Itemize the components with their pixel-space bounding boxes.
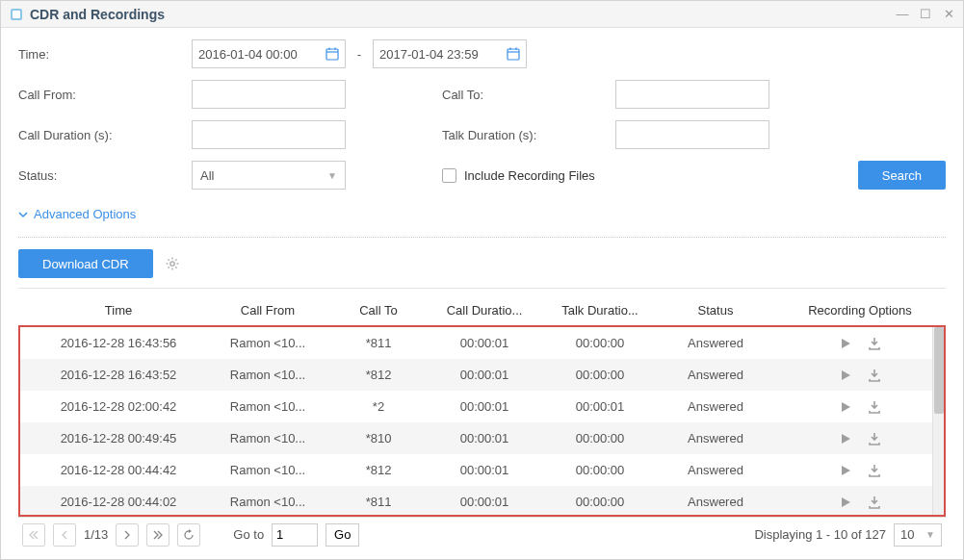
download-icon[interactable] (868, 400, 881, 414)
scrollbar-thumb[interactable] (934, 327, 944, 414)
cell-time: 2016-12-28 00:44:02 (32, 495, 205, 509)
cell-recording-options (773, 464, 932, 477)
gear-icon[interactable] (165, 256, 180, 271)
play-icon[interactable] (839, 369, 852, 382)
cell-call-duration: 00:00:01 (427, 368, 542, 382)
call-from-input[interactable] (192, 80, 346, 109)
time-from-input[interactable]: 2016-01-04 00:00 (192, 39, 346, 68)
prev-page-button[interactable] (53, 523, 76, 547)
cell-talk-duration: 00:00:00 (542, 431, 658, 445)
cell-status: Answered (658, 431, 773, 445)
status-select[interactable]: All ▼ (192, 161, 346, 190)
table-row[interactable]: 2016-12-28 16:43:56Ramon <10...*81100:00… (20, 327, 932, 359)
cell-call-duration: 00:00:01 (427, 431, 542, 445)
play-icon[interactable] (839, 432, 852, 445)
last-page-button[interactable] (146, 523, 169, 547)
svg-line-15 (168, 259, 169, 260)
chevron-down-icon (18, 210, 28, 219)
cell-call-to: *810 (330, 431, 427, 445)
call-duration-input[interactable] (192, 120, 346, 149)
goto-input[interactable] (272, 523, 318, 547)
cell-call-from: Ramon <10... (205, 431, 330, 445)
download-icon[interactable] (868, 496, 881, 509)
table-row[interactable]: 2016-12-28 00:44:42Ramon <10...*81200:00… (20, 454, 932, 486)
vertical-scrollbar[interactable] (932, 327, 944, 515)
go-button[interactable]: Go (326, 523, 359, 547)
cell-time: 2016-12-28 16:43:56 (32, 336, 205, 350)
column-header-call-duration[interactable]: Call Duratio... (427, 303, 542, 318)
column-header-recording-options[interactable]: Recording Options (773, 303, 946, 318)
download-icon[interactable] (868, 432, 881, 445)
time-label: Time: (18, 47, 192, 62)
table-row[interactable]: 2016-12-28 00:44:02Ramon <10...*81100:00… (20, 486, 932, 515)
svg-rect-1 (13, 11, 20, 18)
next-page-button[interactable] (116, 523, 139, 547)
download-icon[interactable] (868, 464, 881, 477)
duration-row: Call Duration (s): Talk Duration (s): (18, 120, 946, 149)
table-row[interactable]: 2016-12-28 00:49:45Ramon <10...*81000:00… (20, 422, 932, 454)
call-to-label: Call To: (442, 88, 615, 102)
titlebar: CDR and Recordings — ☐ ✕ (1, 1, 963, 28)
cell-talk-duration: 00:00:00 (542, 368, 658, 382)
cell-call-from: Ramon <10... (205, 463, 330, 477)
checkbox-icon (442, 168, 456, 183)
download-icon[interactable] (868, 369, 881, 382)
status-row: Status: All ▼ Include Recording Files Se… (18, 161, 946, 190)
download-row: Download CDR (18, 249, 946, 289)
cell-recording-options (773, 337, 932, 350)
cell-status: Answered (658, 336, 773, 350)
close-button[interactable]: ✕ (942, 7, 955, 21)
cell-time: 2016-12-28 00:44:42 (32, 463, 205, 477)
cell-recording-options (773, 432, 932, 445)
calendar-icon[interactable] (326, 47, 339, 61)
column-header-time[interactable]: Time (32, 303, 205, 318)
cell-status: Answered (658, 399, 773, 414)
play-icon[interactable] (839, 496, 852, 509)
column-header-call-to[interactable]: Call To (330, 303, 427, 318)
cell-call-to: *811 (330, 336, 427, 350)
cell-call-from: Ramon <10... (205, 399, 330, 414)
chevron-down-icon: ▼ (327, 170, 337, 181)
window-title: CDR and Recordings (30, 7, 896, 22)
cell-call-from: Ramon <10... (205, 368, 330, 382)
cell-call-duration: 00:00:01 (427, 463, 542, 477)
download-icon[interactable] (868, 337, 881, 350)
cell-call-duration: 00:00:01 (427, 495, 542, 509)
table-row[interactable]: 2016-12-28 16:43:52Ramon <10...*81200:00… (20, 359, 932, 391)
window-controls: — ☐ ✕ (896, 7, 955, 21)
calendar-icon[interactable] (507, 47, 520, 61)
cell-status: Answered (658, 495, 773, 509)
advanced-options-toggle[interactable]: Advanced Options (18, 201, 946, 233)
displaying-text: Displaying 1 - 10 of 127 (754, 527, 886, 542)
time-to-input[interactable]: 2017-01-04 23:59 (373, 39, 527, 68)
cell-time: 2016-12-28 16:43:52 (32, 368, 205, 382)
column-header-call-from[interactable]: Call From (205, 303, 330, 318)
svg-line-16 (175, 267, 176, 267)
cell-status: Answered (658, 368, 773, 382)
call-to-input[interactable] (615, 80, 769, 109)
app-icon (9, 7, 24, 22)
table-wrap: Time Call From Call To Call Duratio... T… (18, 294, 946, 517)
column-header-talk-duration[interactable]: Talk Duratio... (542, 303, 658, 318)
download-cdr-button[interactable]: Download CDR (18, 249, 153, 278)
include-recording-checkbox[interactable]: Include Recording Files (442, 168, 595, 183)
play-icon[interactable] (839, 464, 852, 477)
play-icon[interactable] (839, 400, 852, 414)
cell-time: 2016-12-28 00:49:45 (32, 431, 205, 445)
maximize-button[interactable]: ☐ (919, 7, 932, 21)
table-body-highlighted: 2016-12-28 16:43:56Ramon <10...*81100:00… (18, 325, 946, 517)
talk-duration-input[interactable] (615, 120, 769, 149)
include-recording-label: Include Recording Files (464, 168, 595, 183)
table-row[interactable]: 2016-12-28 02:00:42Ramon <10...*200:00:0… (20, 391, 932, 422)
cell-talk-duration: 00:00:00 (542, 495, 658, 509)
play-icon[interactable] (839, 337, 852, 350)
per-page-select[interactable]: 10 ▼ (894, 523, 942, 547)
cell-talk-duration: 00:00:00 (542, 336, 658, 350)
cell-call-to: *812 (330, 463, 427, 477)
first-page-button[interactable] (22, 523, 45, 547)
minimize-button[interactable]: — (896, 7, 909, 21)
search-button[interactable]: Search (858, 161, 946, 190)
refresh-button[interactable] (177, 523, 200, 547)
cell-call-to: *2 (330, 399, 427, 414)
column-header-status[interactable]: Status (658, 303, 773, 318)
